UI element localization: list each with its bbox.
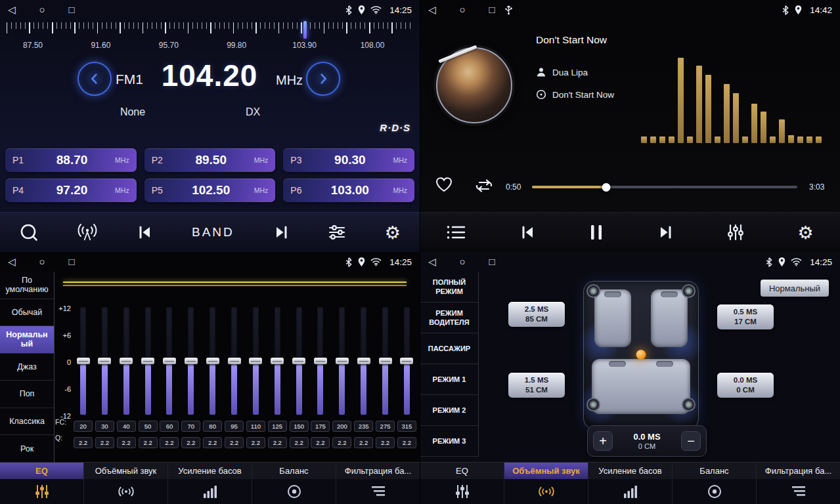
eq-band-handle[interactable]: [77, 358, 90, 364]
eq-band-slider[interactable]: [166, 307, 172, 415]
eq-preset-item[interactable]: Джаз: [0, 354, 54, 381]
eq-preset-item[interactable]: Обычай: [0, 299, 54, 327]
previous-track-icon[interactable]: [137, 224, 154, 240]
field-mode-item[interactable]: РЕЖИМ 1: [420, 364, 478, 395]
recents-icon[interactable]: □: [69, 0, 75, 20]
mixer-icon[interactable]: [726, 224, 745, 241]
eq-band-handle[interactable]: [336, 358, 349, 364]
favorite-heart-icon[interactable]: [435, 176, 453, 193]
field-mode-item[interactable]: РЕЖИМ ВОДИТЕЛЯ: [420, 303, 478, 333]
eq-band-handle[interactable]: [141, 358, 154, 364]
preset-button[interactable]: P289.50MHz: [144, 148, 276, 172]
broadcast-antenna-icon[interactable]: [77, 222, 98, 242]
eq-band-slider[interactable]: [80, 307, 86, 415]
recents-icon[interactable]: □: [489, 252, 495, 272]
back-icon[interactable]: ◁: [428, 0, 436, 20]
eq-band-slider[interactable]: [145, 307, 151, 415]
eq-preset-item[interactable]: Классика: [0, 408, 54, 436]
eq-band-slider[interactable]: [296, 307, 302, 415]
tab-balance[interactable]: Баланс: [252, 463, 336, 504]
pause-icon[interactable]: [589, 224, 604, 241]
home-icon[interactable]: ○: [39, 252, 45, 272]
field-mode-item[interactable]: РЕЖИМ 2: [420, 395, 478, 426]
eq-band-slider[interactable]: [361, 307, 366, 415]
eq-band-handle[interactable]: [400, 358, 413, 364]
eq-band-handle[interactable]: [98, 358, 111, 364]
tab-bass-boost[interactable]: Усиление басов: [588, 463, 673, 504]
tune-up-button[interactable]: [306, 62, 340, 96]
back-icon[interactable]: ◁: [8, 0, 16, 20]
delay-front-right[interactable]: 0.5 MS 17 CM: [717, 304, 774, 329]
eq-band-slider[interactable]: [231, 307, 237, 415]
repeat-icon[interactable]: [474, 177, 494, 194]
preset-button[interactable]: P188.70MHz: [5, 148, 137, 172]
tab-eq-sliders[interactable]: EQ: [0, 463, 84, 504]
eq-band-handle[interactable]: [249, 358, 262, 364]
eq-band-slider[interactable]: [317, 307, 323, 415]
home-icon[interactable]: ○: [460, 0, 466, 20]
tuning-indicator[interactable]: [303, 21, 307, 39]
field-mode-item[interactable]: РЕЖИМ 3: [420, 426, 478, 457]
eq-band-slider[interactable]: [102, 307, 108, 415]
home-icon[interactable]: ○: [39, 0, 45, 20]
scan-icon[interactable]: [19, 222, 39, 242]
field-mode-item[interactable]: ПОЛНЫЙ РЕЖИМ: [420, 272, 478, 303]
eq-band-slider[interactable]: [404, 307, 410, 415]
recents-icon[interactable]: □: [489, 0, 495, 20]
next-track-icon[interactable]: [657, 224, 674, 240]
eq-preset-item[interactable]: Нормальный: [0, 326, 54, 354]
tune-settings-icon[interactable]: [328, 224, 346, 241]
eq-band-handle[interactable]: [206, 358, 219, 364]
tab-bass-boost[interactable]: Усиление басов: [168, 463, 252, 504]
eq-preset-item[interactable]: По умолчанию: [0, 272, 54, 299]
eq-band-handle[interactable]: [379, 358, 392, 364]
eq-band-slider[interactable]: [339, 307, 345, 415]
settings-gear-icon[interactable]: ⚙: [385, 224, 401, 242]
eq-band-handle[interactable]: [271, 358, 284, 364]
field-mode-item[interactable]: ПАССАЖИР: [420, 333, 478, 364]
field-preset-button[interactable]: Нормальный: [761, 280, 829, 297]
eq-band-handle[interactable]: [163, 358, 176, 364]
tab-surround-sound[interactable]: Объёмный звук: [84, 463, 168, 504]
eq-band-handle[interactable]: [185, 358, 198, 364]
eq-preset-item[interactable]: Рок: [0, 435, 54, 463]
preset-button[interactable]: P5102.50MHz: [144, 178, 276, 202]
playlist-icon[interactable]: [447, 224, 466, 240]
back-icon[interactable]: ◁: [8, 252, 16, 272]
tab-balance[interactable]: Баланс: [673, 463, 757, 504]
preset-button[interactable]: P6103.00MHz: [283, 178, 414, 202]
eq-band-slider[interactable]: [210, 307, 215, 415]
eq-band-handle[interactable]: [292, 358, 305, 364]
eq-band-slider[interactable]: [123, 307, 129, 415]
listening-position-dot[interactable]: [636, 350, 646, 360]
home-icon[interactable]: ○: [460, 252, 466, 272]
tab-surround-sound[interactable]: Объёмный звук: [504, 463, 588, 504]
eq-band-slider[interactable]: [382, 307, 388, 415]
delay-rear-right[interactable]: 0.0 MS 0 CM: [717, 373, 774, 398]
back-icon[interactable]: ◁: [428, 252, 436, 272]
seek-bar[interactable]: [532, 186, 797, 188]
settings-gear-icon[interactable]: ⚙: [797, 224, 813, 242]
tab-filter[interactable]: Фильтрация ба...: [757, 463, 840, 504]
eq-band-handle[interactable]: [120, 358, 133, 364]
frequency-ruler[interactable]: [7, 22, 413, 39]
preset-button[interactable]: P390.30MHz: [283, 148, 414, 172]
delay-decrease-button[interactable]: −: [681, 431, 701, 451]
eq-band-slider[interactable]: [188, 307, 194, 415]
previous-track-icon[interactable]: [519, 224, 537, 240]
delay-increase-button[interactable]: +: [593, 431, 613, 451]
delay-rear-left[interactable]: 1.5 MS 51 CM: [508, 373, 565, 398]
eq-preset-item[interactable]: Поп: [0, 381, 54, 408]
eq-band-handle[interactable]: [228, 358, 241, 364]
eq-band-handle[interactable]: [314, 358, 327, 364]
preset-button[interactable]: P497.20MHz: [5, 178, 137, 202]
recents-icon[interactable]: □: [69, 252, 75, 272]
next-track-icon[interactable]: [273, 224, 290, 240]
tab-eq-sliders[interactable]: EQ: [420, 463, 504, 504]
eq-band-slider[interactable]: [275, 307, 280, 415]
delay-front-left[interactable]: 2.5 MS 85 CM: [508, 302, 565, 327]
eq-band-handle[interactable]: [357, 358, 370, 364]
band-button[interactable]: BAND: [192, 225, 234, 240]
tune-down-button[interactable]: [77, 62, 112, 96]
tab-filter[interactable]: Фильтрация ба...: [336, 463, 420, 504]
